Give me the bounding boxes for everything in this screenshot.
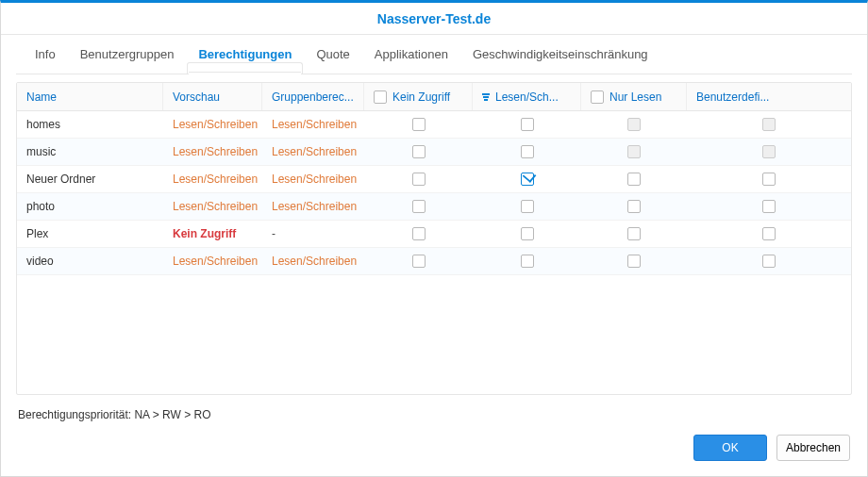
cell-read-write xyxy=(473,221,581,247)
col-name[interactable]: Name xyxy=(17,83,163,110)
col-custom[interactable]: Benutzerdefi... xyxy=(687,83,851,110)
checkbox-icon[interactable] xyxy=(591,90,604,104)
cell-read-only xyxy=(581,221,687,247)
tab-user-groups[interactable]: Benutzergruppen xyxy=(80,35,175,74)
cell-no-access xyxy=(364,248,473,274)
cell-group-permission: Lesen/Schreiben xyxy=(262,139,364,165)
cell-read-write xyxy=(473,248,581,274)
col-read-write[interactable]: Lesen/Sch... xyxy=(473,83,581,110)
col-read-only[interactable]: Nur Lesen xyxy=(581,83,687,110)
cell-custom xyxy=(687,193,851,220)
table-header-row: Name Vorschau Gruppenberec... Kein Zugri… xyxy=(17,83,851,111)
checkbox-custom[interactable] xyxy=(762,255,776,268)
cell-preview: Kein Zugriff xyxy=(163,221,262,247)
checkbox-no-access[interactable] xyxy=(412,173,426,186)
cell-preview: Lesen/Schreiben xyxy=(163,193,262,220)
checkbox-read-only[interactable] xyxy=(627,173,641,186)
titlebar: Nasserver-Test.de xyxy=(1,3,867,35)
checkbox-read-only[interactable] xyxy=(627,200,641,213)
cell-custom xyxy=(687,111,851,138)
checkbox-custom[interactable] xyxy=(762,227,776,240)
cell-preview: Lesen/Schreiben xyxy=(163,111,262,138)
cell-no-access xyxy=(364,111,473,138)
checkbox-read-write[interactable] xyxy=(521,173,534,186)
table-row[interactable]: musicLesen/SchreibenLesen/Schreiben xyxy=(17,139,851,166)
checkbox-custom[interactable] xyxy=(762,118,776,131)
checkbox-read-write[interactable] xyxy=(521,145,534,158)
cell-name: Neuer Ordner xyxy=(17,166,163,192)
table-body: homesLesen/SchreibenLesen/Schreibenmusic… xyxy=(17,111,851,275)
ok-button[interactable]: OK xyxy=(693,435,767,461)
cell-name: homes xyxy=(17,111,163,138)
tab-info[interactable]: Info xyxy=(35,35,56,74)
priority-note: Berechtigungspriorität: NA > RW > RO xyxy=(1,395,867,435)
cell-read-only xyxy=(581,166,687,192)
checkbox-read-write[interactable] xyxy=(521,255,534,268)
cell-group-permission: Lesen/Schreiben xyxy=(262,193,364,220)
cell-read-only xyxy=(581,139,687,165)
cell-group-permission: - xyxy=(262,221,364,247)
dialog-footer: OK Abbrechen xyxy=(1,435,867,476)
dialog-window: Nasserver-Test.de Info Benutzergruppen B… xyxy=(0,0,868,477)
cancel-button[interactable]: Abbrechen xyxy=(776,435,850,461)
col-preview[interactable]: Vorschau xyxy=(163,83,262,110)
checkbox-icon[interactable] xyxy=(374,90,387,104)
cell-read-only xyxy=(581,111,687,138)
checkbox-no-access[interactable] xyxy=(412,118,426,131)
col-group-permission[interactable]: Gruppenberec... xyxy=(262,83,364,110)
cell-no-access xyxy=(364,193,473,220)
cell-group-permission: Lesen/Schreiben xyxy=(262,111,364,138)
cell-preview: Lesen/Schreiben xyxy=(163,248,262,274)
checkbox-custom[interactable] xyxy=(762,200,776,213)
cell-read-write xyxy=(473,193,581,220)
cell-name: video xyxy=(17,248,163,274)
table-row[interactable]: Neuer OrdnerLesen/SchreibenLesen/Schreib… xyxy=(17,166,851,193)
cell-group-permission: Lesen/Schreiben xyxy=(262,166,364,192)
cell-preview: Lesen/Schreiben xyxy=(163,166,262,192)
checkbox-no-access[interactable] xyxy=(412,227,426,240)
checkbox-read-write[interactable] xyxy=(521,200,534,213)
checkbox-custom[interactable] xyxy=(762,145,776,158)
tab-speed-limit[interactable]: Geschwindigkeitseinschränkung xyxy=(473,35,648,74)
checkbox-no-access[interactable] xyxy=(412,255,426,268)
cell-name: photo xyxy=(17,193,163,220)
cell-no-access xyxy=(364,166,473,192)
cell-read-only xyxy=(581,248,687,274)
tab-bar: Info Benutzergruppen Berechtigungen Quot… xyxy=(16,35,852,74)
cell-name: music xyxy=(17,139,163,165)
cell-custom xyxy=(687,248,851,274)
checkbox-custom[interactable] xyxy=(762,173,776,186)
table-row[interactable]: videoLesen/SchreibenLesen/Schreiben xyxy=(17,248,851,275)
checkbox-read-only[interactable] xyxy=(627,227,641,240)
checkbox-no-access[interactable] xyxy=(412,145,426,158)
tab-applications[interactable]: Applikationen xyxy=(375,35,448,74)
cell-read-write xyxy=(473,166,581,192)
table-row[interactable]: homesLesen/SchreibenLesen/Schreiben xyxy=(17,111,851,139)
cell-read-write xyxy=(473,111,581,138)
sort-icon xyxy=(482,93,490,101)
permissions-table: Name Vorschau Gruppenberec... Kein Zugri… xyxy=(16,82,852,395)
checkbox-read-write[interactable] xyxy=(521,118,534,131)
table-row[interactable]: photoLesen/SchreibenLesen/Schreiben xyxy=(17,193,851,221)
tab-permissions[interactable]: Berechtigungen xyxy=(198,35,292,74)
checkbox-read-write[interactable] xyxy=(521,227,534,240)
cell-read-write xyxy=(473,139,581,165)
checkbox-read-only[interactable] xyxy=(627,118,641,131)
cell-custom xyxy=(687,221,851,247)
cell-preview: Lesen/Schreiben xyxy=(163,139,262,165)
cell-group-permission: Lesen/Schreiben xyxy=(262,248,364,274)
cell-read-only xyxy=(581,193,687,220)
table-row[interactable]: PlexKein Zugriff- xyxy=(17,221,851,248)
cell-name: Plex xyxy=(17,221,163,247)
tab-quota[interactable]: Quote xyxy=(316,35,349,74)
cell-custom xyxy=(687,166,851,192)
checkbox-read-only[interactable] xyxy=(627,145,641,158)
cell-no-access xyxy=(364,221,473,247)
col-no-access[interactable]: Kein Zugriff xyxy=(364,83,473,110)
cell-custom xyxy=(687,139,851,165)
checkbox-read-only[interactable] xyxy=(627,255,641,268)
checkbox-no-access[interactable] xyxy=(412,200,426,213)
window-title: Nasserver-Test.de xyxy=(377,11,491,26)
cell-no-access xyxy=(364,139,473,165)
